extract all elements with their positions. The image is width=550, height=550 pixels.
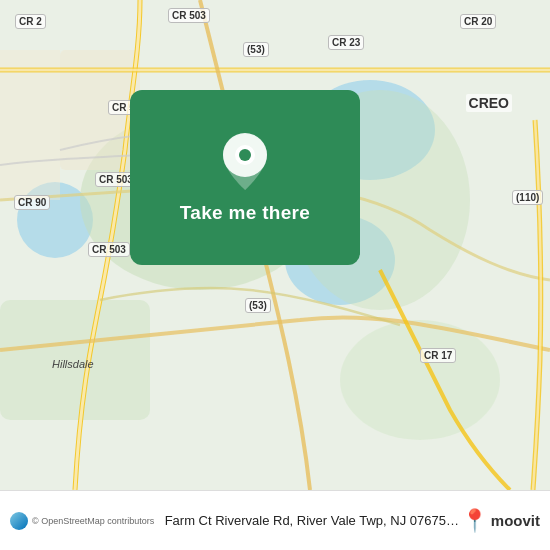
road-label-cr2: CR 2: [15, 14, 46, 29]
location-pin-icon: [220, 132, 270, 192]
footer: © OpenStreetMap contributors Farm Ct Riv…: [0, 490, 550, 550]
moovit-pin-icon: 📍: [461, 508, 488, 534]
osm-attribution: © OpenStreetMap contributors: [32, 516, 154, 526]
osm-icon: [10, 512, 28, 530]
road-label-cr90: CR 90: [14, 195, 50, 210]
creo-label: CREO: [466, 94, 512, 112]
moovit-logo: 📍 moovit: [461, 508, 540, 534]
road-label-cr20: CR 20: [460, 14, 496, 29]
hillsdale-label: Hillsdale: [52, 358, 94, 370]
moovit-text: moovit: [491, 512, 540, 529]
osm-logo: © OpenStreetMap contributors: [10, 512, 154, 530]
road-label-53-bot: (53): [245, 298, 271, 313]
road-label-cr17: CR 17: [420, 348, 456, 363]
map-container: CR 2 CR 503 CR 23 CR 20 CR 503 CR 503 CR…: [0, 0, 550, 490]
road-label-cr503-top: CR 503: [168, 8, 210, 23]
footer-address: Farm Ct Rivervale Rd, River Vale Twp, NJ…: [165, 513, 461, 528]
road-label-cr23: CR 23: [328, 35, 364, 50]
road-label-cr110: (110): [512, 190, 543, 205]
road-label-cr503-bot: CR 503: [88, 242, 130, 257]
road-label-53-top: (53): [243, 42, 269, 57]
take-me-there-button[interactable]: Take me there: [130, 90, 360, 265]
svg-point-12: [239, 149, 251, 161]
take-me-there-label: Take me there: [180, 202, 310, 224]
svg-point-7: [340, 320, 500, 440]
